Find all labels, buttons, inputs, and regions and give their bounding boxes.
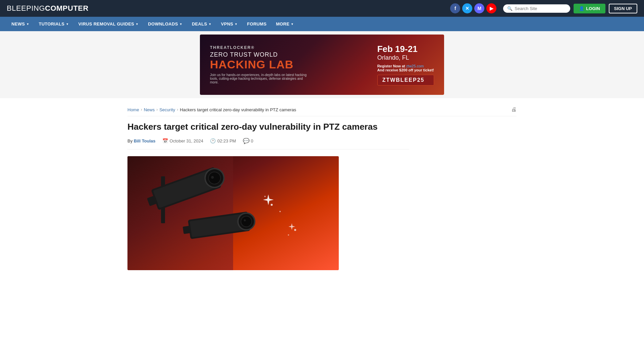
nav-downloads[interactable]: DOWNLOADS ▼	[143, 17, 187, 31]
camera-image	[127, 156, 339, 270]
article-meta: By Bill Toulas 📅 October 31, 2024 🕐 02:2…	[127, 138, 409, 149]
breadcrumb-home[interactable]: Home	[127, 107, 139, 112]
print-icon[interactable]: 🖨	[511, 107, 517, 113]
sidebar	[416, 121, 517, 270]
nav-deals[interactable]: DEALS ▼	[187, 17, 216, 31]
search-input[interactable]	[515, 6, 566, 11]
advertisement-banner[interactable]: THREATLOCKER® ZERO TRUST WORLD HACKING L…	[200, 35, 444, 95]
banner-area: THREATLOCKER® ZERO TRUST WORLD HACKING L…	[0, 31, 644, 98]
breadcrumb-current: Hackers target critical zero-day vulnera…	[180, 107, 296, 112]
nav-news[interactable]: NEWS ▼	[7, 17, 34, 31]
social-icons: f ✕ M ▶	[450, 3, 496, 13]
nav-tutorials[interactable]: TUTORIALS ▼	[34, 17, 73, 31]
comments-number: 0	[251, 138, 253, 143]
article-date: 📅 October 31, 2024	[162, 138, 203, 143]
author-link[interactable]: Bill Toulas	[134, 138, 156, 143]
login-button[interactable]: 👤 LOGIN	[574, 4, 605, 13]
nav-forums[interactable]: FORUMS	[243, 17, 271, 31]
banner-register: Register Now at ztw25.com And receive $2…	[377, 64, 434, 72]
layout-main: Hackers target critical zero-day vulnera…	[127, 121, 517, 270]
banner-subtitle: Join us for hands-on experiences, in-dep…	[210, 73, 311, 84]
svg-point-19	[279, 211, 281, 212]
deals-dropdown-arrow: ▼	[208, 22, 211, 26]
breadcrumb-security[interactable]: Security	[159, 107, 175, 112]
breadcrumb: Home › News › Security › Hackers target …	[127, 103, 517, 116]
time-text: 02:23 PM	[217, 138, 236, 143]
more-dropdown-arrow: ▼	[291, 22, 294, 26]
vpns-dropdown-arrow: ▼	[234, 22, 237, 26]
article-author: By Bill Toulas	[127, 138, 156, 143]
tutorials-dropdown-arrow: ▼	[66, 22, 69, 26]
banner-title1: ZERO TRUST WORLD	[210, 51, 367, 58]
clock-icon: 🕐	[210, 138, 216, 143]
svg-point-20	[294, 229, 296, 231]
content-wrapper: Home › News › Security › Hackers target …	[121, 98, 523, 275]
search-icon: 🔍	[507, 6, 513, 11]
logo-light: BLEEPING	[7, 4, 45, 12]
header-right: f ✕ M ▶ 🔍 👤 LOGIN SIGN UP	[450, 3, 637, 13]
svg-point-17	[271, 204, 273, 206]
camera-svg	[127, 156, 339, 270]
breadcrumb-sep-3: ›	[177, 107, 178, 112]
banner-location: Orlando, FL	[377, 54, 434, 61]
date-text: October 31, 2024	[170, 138, 203, 143]
register-text: Register Now at	[377, 64, 405, 68]
nav-virus-removal[interactable]: VIRUS REMOVAL GUIDES ▼	[74, 17, 144, 31]
facebook-icon[interactable]: f	[450, 3, 460, 13]
nav-more[interactable]: MORE ▼	[271, 17, 299, 31]
svg-point-21	[288, 234, 289, 236]
banner-right: Feb 19-21 Orlando, FL Register Now at zt…	[367, 44, 434, 85]
login-label: LOGIN	[586, 6, 600, 11]
article-image	[127, 156, 339, 270]
banner-brand: THREATLOCKER®	[210, 45, 367, 50]
site-logo[interactable]: BLEEPINGCOMPUTER	[7, 4, 89, 13]
logo-bold: COMPUTER	[45, 4, 89, 12]
signup-label: SIGN UP	[614, 6, 632, 11]
banner-promo-code: ZTWBLEEP25	[377, 75, 434, 85]
banner-title2: HACKING LAB	[210, 58, 367, 71]
virus-dropdown-arrow: ▼	[136, 22, 139, 26]
signup-button[interactable]: SIGN UP	[609, 4, 637, 13]
breadcrumb-sep-2: ›	[156, 107, 158, 112]
site-header: BLEEPINGCOMPUTER f ✕ M ▶ 🔍 👤 LOGIN SIGN …	[0, 0, 644, 17]
article-time: 🕐 02:23 PM	[210, 138, 236, 143]
svg-point-18	[264, 196, 266, 197]
banner-date: Feb 19-21	[377, 44, 434, 54]
login-person-icon: 👤	[579, 6, 584, 11]
search-box: 🔍	[503, 4, 570, 13]
register-link[interactable]: ztw25.com	[406, 64, 424, 68]
downloads-dropdown-arrow: ▼	[179, 22, 182, 26]
calendar-icon: 📅	[162, 138, 168, 143]
banner-discount: And receive $200 off your ticket!	[377, 68, 434, 72]
nav-vpns[interactable]: VPNS ▼	[216, 17, 243, 31]
comment-bubble-icon: 💬	[243, 138, 250, 144]
news-dropdown-arrow: ▼	[26, 22, 29, 26]
main-nav: NEWS ▼ TUTORIALS ▼ VIRUS REMOVAL GUIDES …	[0, 17, 644, 31]
youtube-icon[interactable]: ▶	[486, 3, 496, 13]
twitter-icon[interactable]: ✕	[462, 3, 472, 13]
banner-left: THREATLOCKER® ZERO TRUST WORLD HACKING L…	[210, 45, 367, 84]
article-content: Hackers target critical zero-day vulnera…	[127, 121, 409, 270]
svg-rect-14	[183, 226, 191, 234]
breadcrumb-sep-1: ›	[141, 107, 142, 112]
article-title: Hackers target critical zero-day vulnera…	[127, 121, 409, 133]
comments-count[interactable]: 💬 0	[243, 138, 253, 144]
mastodon-icon[interactable]: M	[474, 3, 484, 13]
breadcrumb-news[interactable]: News	[144, 107, 155, 112]
